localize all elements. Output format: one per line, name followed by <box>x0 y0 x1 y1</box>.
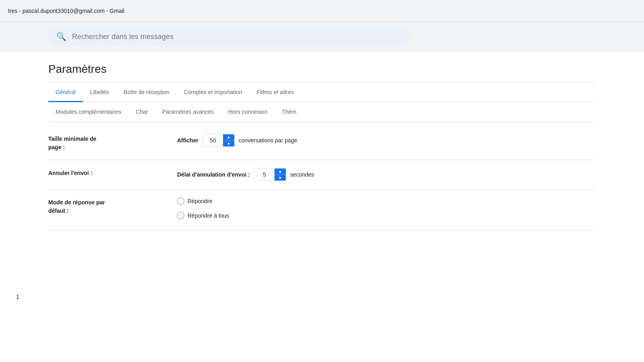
tab-comptes[interactable]: Comptes et importation <box>177 83 250 102</box>
search-bar-container: 🔍 <box>0 22 644 51</box>
tabs-row-1: Général Libellés Boîte de réception Comp… <box>48 82 596 102</box>
tab-parametres-avances[interactable]: Paramètres avancés <box>155 103 221 122</box>
page-size-stepper[interactable]: 50 ▲ ▼ <box>202 134 235 147</box>
page-size-label: Taille minimale de page : <box>48 134 161 152</box>
undo-send-arrows[interactable]: ▲ ▼ <box>275 168 286 181</box>
reply-mode-row: Mode de réponse par défaut : Répondre Ré… <box>48 189 596 231</box>
undo-send-label: Annuler l'envoi : <box>48 168 161 177</box>
tab-libelles[interactable]: Libellés <box>83 83 116 102</box>
page-title: Paramètres <box>48 51 596 82</box>
reply-option-reply: Répondre <box>177 197 213 205</box>
reply-option-reply-all: Répondre à tous <box>177 212 229 219</box>
reply-all-option-label: Répondre à tous <box>188 212 229 219</box>
undo-send-down-arrow[interactable]: ▼ <box>275 175 286 181</box>
afficher-label: Afficher <box>177 137 198 144</box>
tab-chat[interactable]: Chat <box>128 103 155 122</box>
title-bar-text: tres - pascal.dupont33010@gmail.com - Gm… <box>8 8 124 14</box>
title-bar: tres - pascal.dupont33010@gmail.com - Gm… <box>0 0 644 22</box>
undo-send-value: 5 <box>254 168 275 181</box>
seconds-text: secondes <box>290 171 314 178</box>
page-size-row: Taille minimale de page : Afficher 50 ▲ … <box>48 126 596 160</box>
reply-option-label: Répondre <box>188 198 213 204</box>
undo-send-row: Annuler l'envoi : Délai d'annulation d'e… <box>48 160 596 189</box>
reply-radio[interactable] <box>177 197 184 205</box>
tab-modules[interactable]: Modules complémentaires <box>48 103 128 122</box>
page-size-control: Afficher 50 ▲ ▼ conversations par page <box>177 134 596 147</box>
page-size-up-arrow[interactable]: ▲ <box>223 134 234 141</box>
search-input[interactable] <box>72 33 402 41</box>
tab-hors-connexion[interactable]: Hors connexion <box>221 103 275 122</box>
settings-wrapper: Taille minimale de page : Afficher 50 ▲ … <box>48 122 596 231</box>
page-size-down-arrow[interactable]: ▼ <box>223 141 234 147</box>
tab-general[interactable]: Général <box>48 83 83 102</box>
tab-themes[interactable]: Thèm <box>275 103 304 122</box>
settings-section: Taille minimale de page : Afficher 50 ▲ … <box>48 122 596 231</box>
main-content: Paramètres Général Libellés Boîte de réc… <box>0 51 644 231</box>
page-size-value: 50 <box>203 134 223 147</box>
conversations-text: conversations par page <box>239 137 297 144</box>
page-size-arrows[interactable]: ▲ ▼ <box>223 134 234 147</box>
undo-send-stepper[interactable]: 5 ▲ ▼ <box>254 168 286 181</box>
reply-mode-label: Mode de réponse par défaut : <box>48 197 161 215</box>
tab-boite-reception[interactable]: Boîte de réception <box>116 83 177 102</box>
search-bar: 🔍 <box>48 28 411 45</box>
reply-all-radio[interactable] <box>177 212 184 219</box>
search-icon: 🔍 <box>56 32 66 41</box>
undo-send-control: Délai d'annulation d'envoi : 5 ▲ ▼ secon… <box>177 168 596 181</box>
delay-label: Délai d'annulation d'envoi : <box>177 171 250 178</box>
undo-send-up-arrow[interactable]: ▲ <box>275 168 286 175</box>
reply-mode-control: Répondre Répondre à tous <box>177 197 596 222</box>
tabs-row-2: Modules complémentaires Chat Paramètres … <box>48 102 596 122</box>
tab-filtres[interactable]: Filtres et adres <box>250 83 301 102</box>
